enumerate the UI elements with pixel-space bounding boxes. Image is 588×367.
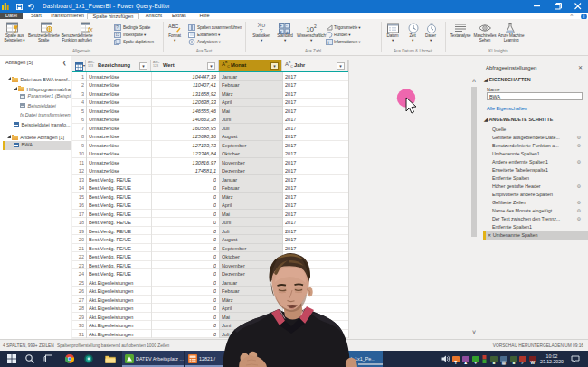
svg-text:i: i (328, 40, 329, 45)
svg-text:i: i (583, 14, 584, 19)
svg-text:12: 12 (116, 33, 120, 37)
svg-text:ABC: ABC (168, 24, 178, 29)
svg-text:fx: fx (88, 26, 93, 33)
svg-text:+: + (280, 23, 282, 28)
svg-text:[?]: [?] (115, 25, 119, 30)
